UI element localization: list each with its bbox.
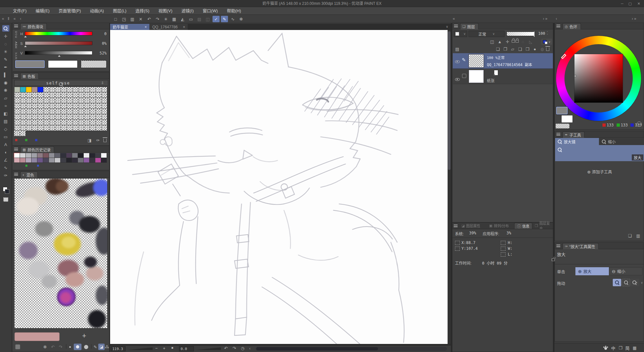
palette-swatch[interactable]	[26, 98, 32, 103]
color-swatch[interactable]	[84, 158, 90, 163]
palette-swatch[interactable]	[84, 109, 90, 114]
eraser-tool[interactable]: ▱	[2, 95, 9, 101]
figure-tool[interactable]: ◇	[2, 126, 9, 132]
palette-swatch[interactable]	[72, 103, 78, 109]
palette-swatch[interactable]	[32, 93, 38, 98]
collapse-left-icon[interactable]: «	[2, 16, 4, 21]
color-swatch[interactable]	[72, 153, 78, 158]
menu-item[interactable]: 图层(L)	[109, 7, 131, 15]
midcol-collapse-icon[interactable]: «	[453, 16, 455, 21]
tone-icon[interactable]: ▲	[496, 38, 503, 45]
color-swatch[interactable]	[101, 153, 107, 158]
dock-grid-icon[interactable]: ▦	[632, 345, 638, 351]
palette-swatch[interactable]	[55, 103, 61, 109]
color-swatch[interactable]	[95, 153, 101, 158]
brush-size-large[interactable]	[84, 345, 88, 349]
panel-menu-icon[interactable]	[556, 133, 560, 136]
palette-swatch[interactable]	[32, 120, 38, 125]
transparent-color-swatch[interactable]	[3, 197, 8, 202]
mixing-canvas[interactable]	[14, 178, 108, 328]
wand-tool[interactable]: ✳	[2, 48, 9, 55]
unlock-icon[interactable]	[552, 259, 555, 261]
palette-copy-icon[interactable]: ◨	[87, 137, 92, 143]
palette-swatch[interactable]	[49, 93, 55, 98]
mix-redo-icon[interactable]: ↷	[57, 344, 64, 350]
mix-swatch-button[interactable]	[15, 344, 20, 349]
palette-swatch[interactable]	[55, 125, 61, 131]
decoration-tool[interactable]: ❋	[2, 87, 9, 93]
palette-swatch[interactable]	[101, 125, 107, 131]
save-icon[interactable]: ▥	[129, 16, 136, 22]
midcol-expand-icon[interactable]: › »	[543, 16, 547, 21]
fit-screen-button[interactable]: ■	[171, 346, 173, 349]
palette-swatch[interactable]	[32, 125, 38, 131]
blend-tool[interactable]: ≈	[2, 103, 9, 109]
hue-ring[interactable]	[556, 36, 641, 121]
palette-swatch[interactable]	[43, 114, 49, 120]
color-swatch[interactable]	[14, 158, 20, 163]
zoom-slider[interactable]	[128, 346, 153, 351]
palette-swatch[interactable]	[20, 125, 26, 131]
refresh-icon[interactable]: ✻	[238, 16, 245, 22]
clip-to-layer-icon[interactable]: ◫	[488, 38, 496, 45]
brush-size-medium[interactable]	[74, 344, 81, 350]
palette-swatch[interactable]	[26, 87, 32, 93]
palette-swatch[interactable]	[49, 103, 55, 109]
palette-swatch[interactable]	[20, 98, 26, 103]
palette-swatch[interactable]	[78, 125, 84, 131]
palette-swatch[interactable]	[72, 87, 78, 93]
palette-extra-cell[interactable]	[20, 131, 26, 136]
layer-palette-color-dropdown[interactable]: ∨	[541, 39, 552, 45]
palette-swatch[interactable]	[101, 120, 107, 125]
color-swatch[interactable]	[78, 153, 84, 158]
opacity-value[interactable]: 100	[536, 31, 545, 36]
color-swatch[interactable]	[55, 153, 61, 158]
statusbar-collapse-icon[interactable]: ‹	[249, 346, 251, 351]
pen-tool[interactable]: ✎	[2, 56, 9, 63]
palette-swatch[interactable]	[90, 93, 96, 98]
canvas-hscrollbar[interactable]	[256, 347, 447, 351]
balloon-tool[interactable]: ◖	[2, 149, 9, 155]
wheel-mode-toggle-icon[interactable]: ▸	[637, 122, 642, 127]
palette-tab[interactable]: ▦ 色板	[20, 73, 39, 79]
fill-icon[interactable]: ◭	[179, 16, 186, 22]
palette-swatch[interactable]	[96, 114, 101, 120]
palette-swatch[interactable]	[14, 93, 20, 98]
palette-swatch[interactable]	[90, 120, 96, 125]
sub-color-box[interactable]	[48, 60, 78, 68]
palette-swatch[interactable]	[78, 98, 84, 103]
layer-thumbnail[interactable]	[469, 54, 484, 67]
h-slider-marker[interactable]	[24, 36, 27, 37]
palette-swatch[interactable]	[32, 98, 38, 103]
mask-icon[interactable]: ◌	[519, 38, 526, 45]
snap-special-ruler-icon[interactable]: ◫	[204, 16, 211, 22]
hue-ring-cursor[interactable]	[561, 54, 566, 59]
palette-swatch[interactable]	[14, 98, 20, 103]
menu-item[interactable]: 视图(V)	[154, 7, 177, 15]
rightcol-expand-icon[interactable]: › »	[632, 16, 636, 21]
palette-swatch[interactable]	[26, 114, 32, 120]
color-swatch[interactable]	[61, 153, 66, 158]
tab-info[interactable]: ⓘ 信息	[514, 223, 532, 229]
color-swatch[interactable]	[49, 158, 55, 163]
ruler-tool[interactable]: ∠	[2, 157, 9, 163]
palette-swatch[interactable]	[43, 93, 49, 98]
palette-swatch[interactable]	[101, 103, 107, 109]
panel-menu-icon[interactable]	[556, 244, 560, 247]
color-swatch[interactable]	[37, 158, 43, 163]
palette-swatch[interactable]	[38, 125, 43, 131]
gradient-tool[interactable]: ▤	[2, 118, 9, 124]
palette-swatch[interactable]	[90, 87, 96, 93]
color-swatch[interactable]	[95, 158, 101, 163]
move-tool[interactable]: ✛	[2, 33, 9, 39]
palette-swatch[interactable]	[90, 125, 96, 131]
transparent-color-box[interactable]	[81, 60, 107, 68]
palette-swatch[interactable]	[72, 98, 78, 103]
color-swatch[interactable]	[14, 153, 20, 158]
palette-swatch[interactable]	[101, 98, 107, 103]
palette-swatch[interactable]	[55, 109, 61, 114]
palette-swatch[interactable]	[96, 87, 101, 93]
airbrush-tool[interactable]: ◉	[2, 79, 9, 86]
mix-blend-brush-icon[interactable]: ◪	[98, 344, 105, 350]
mix-pen-icon[interactable]: ✎	[92, 344, 98, 350]
